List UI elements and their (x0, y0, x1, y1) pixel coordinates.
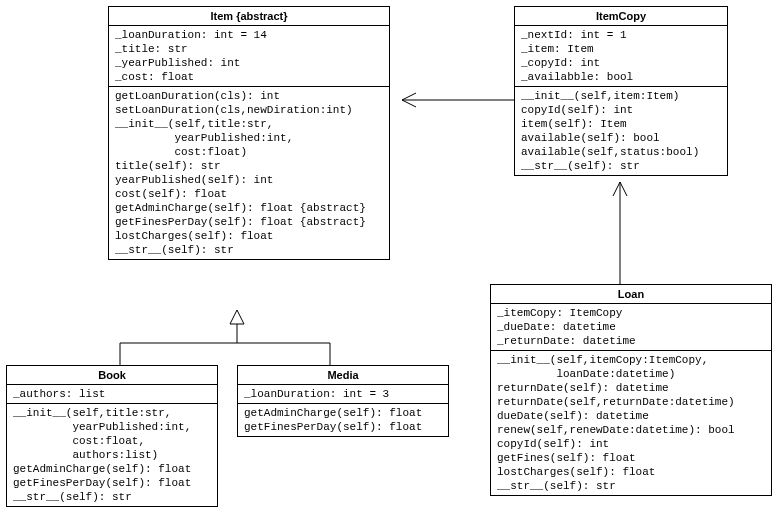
class-item-attrs: _loanDuration: int = 14 _title: str _yea… (109, 26, 389, 87)
class-loan-attrs: _itemCopy: ItemCopy _dueDate: datetime _… (491, 304, 771, 351)
class-media: Media _loanDuration: int = 3 getAdminCha… (237, 365, 449, 437)
class-book-ops: __init__(self,title:str, yearPublished:i… (7, 404, 217, 506)
class-book: Book _authors: list __init__(self,title:… (6, 365, 218, 507)
class-book-title: Book (7, 366, 217, 385)
class-itemcopy-title: ItemCopy (515, 7, 727, 26)
class-itemcopy-ops: __init__(self,item:Item) copyId(self): i… (515, 87, 727, 175)
class-media-ops: getAdminCharge(self): float getFinesPerD… (238, 404, 448, 436)
class-itemcopy: ItemCopy _nextId: int = 1 _item: Item _c… (514, 6, 728, 176)
class-media-title: Media (238, 366, 448, 385)
arrow-icon (613, 182, 627, 196)
arrow-icon (402, 93, 416, 107)
class-book-attrs: _authors: list (7, 385, 217, 404)
class-item-title: Item {abstract} (109, 7, 389, 26)
class-item: Item {abstract} _loanDuration: int = 14 … (108, 6, 390, 260)
class-loan-ops: __init__(self,itemCopy:ItemCopy, loanDat… (491, 351, 771, 495)
class-itemcopy-attrs: _nextId: int = 1 _item: Item _copyId: in… (515, 26, 727, 87)
class-loan: Loan _itemCopy: ItemCopy _dueDate: datet… (490, 284, 772, 496)
triangle-icon (230, 310, 244, 324)
class-media-attrs: _loanDuration: int = 3 (238, 385, 448, 404)
class-loan-title: Loan (491, 285, 771, 304)
class-item-ops: getLoanDuration(cls): int setLoanDuratio… (109, 87, 389, 259)
